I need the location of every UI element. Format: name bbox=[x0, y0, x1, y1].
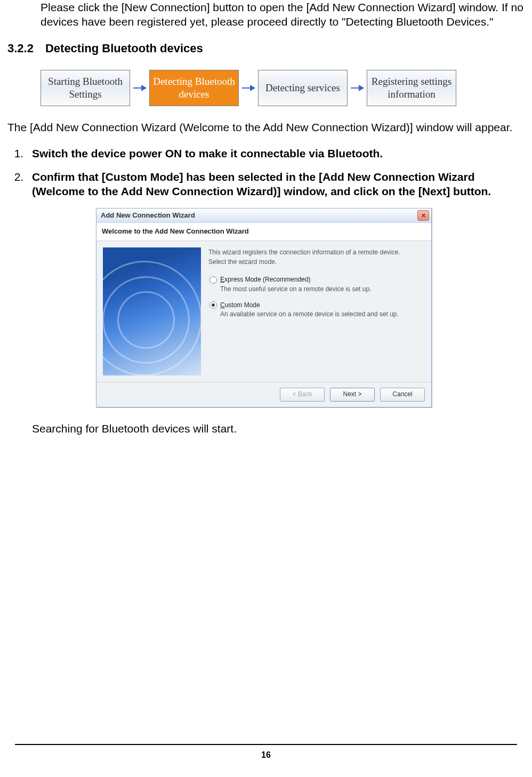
section-number: 3.2.2 bbox=[7, 41, 34, 57]
section-title: Detecting Bluetooth devices bbox=[45, 42, 203, 55]
flow-step-4: Registering settings information bbox=[367, 70, 456, 106]
process-flow: Starting Bluetooth Settings Detecting Bl… bbox=[41, 70, 527, 106]
flow-step-3: Detecting services bbox=[258, 70, 348, 106]
searching-note: Searching for Bluetooth devices will sta… bbox=[32, 421, 527, 436]
wizard-desc-2: Select the wizard mode. bbox=[208, 258, 423, 267]
step-2: Confirm that [Custom Mode] has been sele… bbox=[27, 170, 527, 436]
arrow-icon bbox=[242, 87, 255, 89]
radio-express-mode[interactable]: Express Mode (Recommended) bbox=[209, 276, 423, 284]
arrow-icon bbox=[351, 87, 364, 89]
section-heading: 3.2.2Detecting Bluetooth devices bbox=[7, 41, 527, 57]
step-1: Switch the device power ON to make it co… bbox=[27, 146, 527, 161]
intro-paragraph: Please click the [New Connection] button… bbox=[41, 0, 527, 29]
wizard-title-text: Add New Connection Wizard bbox=[101, 211, 195, 220]
step-list: Switch the device power ON to make it co… bbox=[27, 146, 527, 436]
cancel-button[interactable]: Cancel bbox=[380, 388, 425, 402]
wizard-graphic bbox=[103, 247, 201, 375]
page-number: 16 bbox=[0, 750, 532, 761]
radio-icon[interactable] bbox=[209, 276, 217, 284]
wizard-window: Add New Connection Wizard ✕ Welcome to t… bbox=[96, 208, 432, 407]
arrow-icon bbox=[133, 87, 146, 89]
flow-step-2: Detecting Bluetooth devices bbox=[149, 70, 239, 106]
step-2-text: Confirm that [Custom Mode] has been sele… bbox=[32, 171, 491, 197]
radio-express-label: Express Mode (Recommended) bbox=[220, 276, 310, 284]
radio-express-desc: The most useful service on a remote devi… bbox=[220, 285, 423, 294]
close-icon[interactable]: ✕ bbox=[417, 210, 429, 221]
paragraph-window-appear: The [Add New Connection Wizard (Welcome … bbox=[7, 120, 527, 134]
wizard-titlebar: Add New Connection Wizard ✕ bbox=[96, 209, 431, 223]
wizard-button-row: < Back Next > Cancel bbox=[96, 382, 431, 407]
radio-icon[interactable] bbox=[209, 301, 217, 309]
radio-custom-mode[interactable]: Custom Mode bbox=[209, 301, 423, 310]
wizard-welcome: Welcome to the Add New Connection Wizard bbox=[96, 223, 431, 241]
next-button[interactable]: Next > bbox=[330, 388, 375, 402]
flow-step-1: Starting Bluetooth Settings bbox=[41, 70, 130, 106]
wizard-desc-1: This wizard registers the connection inf… bbox=[208, 249, 423, 257]
radio-custom-label: Custom Mode bbox=[220, 301, 260, 310]
back-button: < Back bbox=[280, 388, 325, 402]
radio-custom-desc: An available service on a remote device … bbox=[220, 310, 423, 319]
step-1-text: Switch the device power ON to make it co… bbox=[32, 147, 383, 159]
radio-waves-icon bbox=[103, 261, 201, 375]
footer-divider bbox=[15, 744, 517, 745]
